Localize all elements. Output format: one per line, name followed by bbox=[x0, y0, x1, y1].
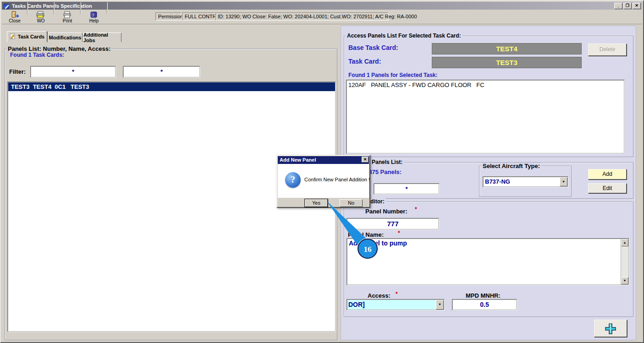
toolbar-separator bbox=[54, 2, 55, 14]
help-book-icon: ? bbox=[83, 11, 105, 18]
mpd-mnhr-input[interactable]: 0.5 bbox=[452, 299, 517, 310]
delete-button[interactable]: Delete bbox=[588, 44, 627, 56]
filter-input-2[interactable]: * bbox=[123, 66, 200, 78]
window-title-bar: Tasks Cards Panels Specification _ ❐ ✕ bbox=[2, 2, 642, 10]
close-window-button[interactable]: ✕ bbox=[633, 3, 641, 9]
scroll-down-button[interactable]: ▼ bbox=[621, 277, 628, 284]
task-card-label: Task Card: bbox=[348, 58, 381, 65]
access-label: Access: bbox=[368, 292, 391, 299]
selected-task-panels-list[interactable]: 120AF PANEL ASSY - FWD CARGO FLOOR FC bbox=[346, 80, 625, 154]
tab-task-cards[interactable]: Task Cards bbox=[7, 31, 47, 42]
toolbar-separator bbox=[27, 2, 28, 14]
wo-info: ID: 13290; WO Close: False; WO: 202404-L… bbox=[215, 12, 389, 21]
toolbar-button-help[interactable]: ? Help bbox=[83, 11, 105, 23]
required-marker: * bbox=[398, 230, 400, 236]
base-task-card-label: Base Task Card: bbox=[348, 44, 398, 51]
wo-printer-icon bbox=[30, 11, 52, 18]
no-button[interactable]: No bbox=[340, 199, 363, 207]
base-task-card-value: TEST4 bbox=[432, 43, 582, 54]
panels-filter-input[interactable]: * bbox=[374, 183, 440, 195]
filter-label: Filter: bbox=[9, 68, 26, 75]
task-card-value: TEST3 bbox=[432, 57, 582, 68]
required-marker: * bbox=[415, 206, 417, 212]
permission-label: Permission: bbox=[155, 12, 182, 21]
edit-note-icon bbox=[10, 33, 16, 40]
dialog-close-button[interactable]: ✕ bbox=[362, 157, 369, 163]
filter-input-1[interactable]: * bbox=[30, 66, 116, 78]
app-icon bbox=[4, 3, 10, 9]
chevron-down-icon[interactable]: ▼ bbox=[436, 300, 444, 310]
access-panels-group-title: Access Panels List For Selected Task Car… bbox=[346, 33, 462, 39]
required-marker: * bbox=[396, 291, 398, 297]
toolbar-button-wo[interactable]: WO bbox=[30, 11, 52, 23]
dialog-body: ? Confirm New Panel Addition ! bbox=[278, 164, 369, 198]
permission-value: FULL CONTROL bbox=[182, 12, 215, 21]
dialog-title-bar: Add New Panel bbox=[278, 156, 369, 164]
question-icon: ? bbox=[285, 172, 301, 188]
printer-icon bbox=[56, 11, 78, 18]
svg-text:?: ? bbox=[93, 13, 95, 17]
found-panels-text: Found 1 Panels for Selected Task: bbox=[348, 72, 438, 78]
chevron-down-icon[interactable]: ▼ bbox=[560, 177, 567, 186]
panel-name-label: Panel Name: bbox=[348, 231, 384, 238]
app-window: Tasks Cards Panels Specification _ ❐ ✕ C… bbox=[0, 0, 644, 343]
toolbar-button-close[interactable]: Close bbox=[4, 11, 26, 23]
found-task-cards-text: Found 1 Task Cards: bbox=[10, 52, 64, 58]
mpd-mnhr-label: MPD MNHR: bbox=[466, 292, 501, 299]
panel-number-label: Panel Number: bbox=[365, 208, 407, 215]
add-panel-plus-button[interactable] bbox=[594, 320, 627, 337]
scroll-up-button[interactable]: ▲ bbox=[621, 239, 628, 246]
access-select[interactable]: DOR] ▼ bbox=[347, 299, 445, 310]
toolbar-button-print[interactable]: Print bbox=[56, 11, 78, 23]
tab-additional-jobs[interactable]: Additional Jobs bbox=[83, 33, 121, 42]
panel-row[interactable]: 120AF PANEL ASSY - FWD CARGO FLOOR FC bbox=[348, 82, 484, 88]
panels-list-group-title: Panels List: Number, Name, Access: bbox=[6, 45, 112, 52]
door-exit-icon bbox=[4, 11, 26, 18]
add-new-panel-dialog: Add New Panel ✕ ? Confirm New Panel Addi… bbox=[276, 155, 370, 208]
aircraft-type-select[interactable]: B737-NG ▼ bbox=[483, 176, 568, 187]
restore-button[interactable]: ❐ bbox=[623, 3, 632, 9]
yes-button[interactable]: Yes bbox=[305, 199, 328, 207]
dialog-title: Add New Panel bbox=[280, 157, 316, 163]
toolbar-separator bbox=[107, 2, 108, 14]
all-panels-group-title: Panels List: bbox=[370, 159, 404, 165]
tab-modifications[interactable]: Modifications bbox=[48, 33, 83, 42]
add-button[interactable]: Add bbox=[588, 169, 627, 180]
plus-icon bbox=[604, 322, 617, 337]
toolbar-separator bbox=[80, 2, 81, 14]
panel-name-textarea[interactable]: Add panel to pump ▲ ▼ bbox=[347, 238, 629, 285]
aircraft-type-group-title: Select Aircraft Type: bbox=[481, 163, 541, 169]
dialog-message: Confirm New Panel Addition ! bbox=[304, 177, 370, 182]
minimize-button[interactable]: _ bbox=[614, 3, 622, 9]
panel-number-input[interactable]: 777 bbox=[347, 218, 439, 230]
edit-button[interactable]: Edit bbox=[588, 183, 627, 193]
task-card-row-selected[interactable]: TEST3 TEST4 0C1 TEST3 bbox=[8, 82, 335, 91]
